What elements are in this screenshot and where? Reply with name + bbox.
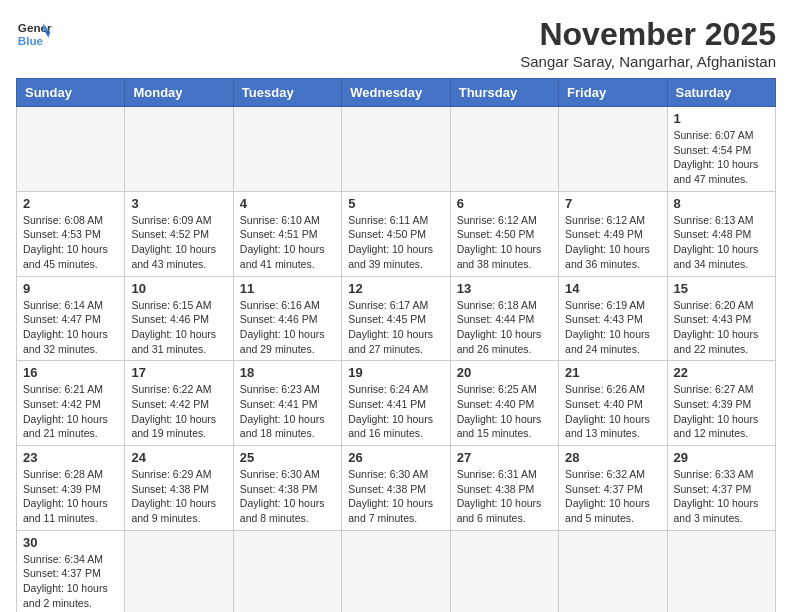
day-info-16: Sunrise: 6:21 AMSunset: 4:42 PMDaylight:… bbox=[23, 383, 108, 439]
day-info-30: Sunrise: 6:34 AMSunset: 4:37 PMDaylight:… bbox=[23, 553, 108, 609]
day-info-25: Sunrise: 6:30 AMSunset: 4:38 PMDaylight:… bbox=[240, 468, 325, 524]
day-info-5: Sunrise: 6:11 AMSunset: 4:50 PMDaylight:… bbox=[348, 214, 433, 270]
day-info-21: Sunrise: 6:26 AMSunset: 4:40 PMDaylight:… bbox=[565, 383, 650, 439]
empty-cell bbox=[667, 530, 775, 612]
day-number-14: 14 bbox=[565, 281, 660, 296]
day-20: 20 Sunrise: 6:25 AMSunset: 4:40 PMDaylig… bbox=[450, 361, 558, 446]
empty-cell bbox=[342, 530, 450, 612]
day-number-28: 28 bbox=[565, 450, 660, 465]
day-number-5: 5 bbox=[348, 196, 443, 211]
calendar-header-row: Sunday Monday Tuesday Wednesday Thursday… bbox=[17, 79, 776, 107]
day-info-15: Sunrise: 6:20 AMSunset: 4:43 PMDaylight:… bbox=[674, 299, 759, 355]
day-number-22: 22 bbox=[674, 365, 769, 380]
calendar-row-23: 23 Sunrise: 6:28 AMSunset: 4:39 PMDaylig… bbox=[17, 446, 776, 531]
day-info-3: Sunrise: 6:09 AMSunset: 4:52 PMDaylight:… bbox=[131, 214, 216, 270]
logo: General Blue bbox=[16, 16, 52, 52]
day-number-15: 15 bbox=[674, 281, 769, 296]
day-number-16: 16 bbox=[23, 365, 118, 380]
day-22: 22 Sunrise: 6:27 AMSunset: 4:39 PMDaylig… bbox=[667, 361, 775, 446]
day-14: 14 Sunrise: 6:19 AMSunset: 4:43 PMDaylig… bbox=[559, 276, 667, 361]
empty-cell bbox=[559, 107, 667, 192]
calendar-row-16: 16 Sunrise: 6:21 AMSunset: 4:42 PMDaylig… bbox=[17, 361, 776, 446]
day-number-25: 25 bbox=[240, 450, 335, 465]
day-number-7: 7 bbox=[565, 196, 660, 211]
day-17: 17 Sunrise: 6:22 AMSunset: 4:42 PMDaylig… bbox=[125, 361, 233, 446]
day-info-20: Sunrise: 6:25 AMSunset: 4:40 PMDaylight:… bbox=[457, 383, 542, 439]
col-friday: Friday bbox=[559, 79, 667, 107]
day-info-27: Sunrise: 6:31 AMSunset: 4:38 PMDaylight:… bbox=[457, 468, 542, 524]
svg-text:Blue: Blue bbox=[18, 34, 44, 47]
day-11: 11 Sunrise: 6:16 AMSunset: 4:46 PMDaylig… bbox=[233, 276, 341, 361]
day-28: 28 Sunrise: 6:32 AMSunset: 4:37 PMDaylig… bbox=[559, 446, 667, 531]
empty-cell bbox=[125, 530, 233, 612]
day-info-4: Sunrise: 6:10 AMSunset: 4:51 PMDaylight:… bbox=[240, 214, 325, 270]
day-number-23: 23 bbox=[23, 450, 118, 465]
day-info-22: Sunrise: 6:27 AMSunset: 4:39 PMDaylight:… bbox=[674, 383, 759, 439]
calendar-row-30: 30 Sunrise: 6:34 AMSunset: 4:37 PMDaylig… bbox=[17, 530, 776, 612]
day-18: 18 Sunrise: 6:23 AMSunset: 4:41 PMDaylig… bbox=[233, 361, 341, 446]
page-header: General Blue November 2025 Sangar Saray,… bbox=[16, 16, 776, 70]
day-info-13: Sunrise: 6:18 AMSunset: 4:44 PMDaylight:… bbox=[457, 299, 542, 355]
empty-cell bbox=[125, 107, 233, 192]
day-info-10: Sunrise: 6:15 AMSunset: 4:46 PMDaylight:… bbox=[131, 299, 216, 355]
day-info-28: Sunrise: 6:32 AMSunset: 4:37 PMDaylight:… bbox=[565, 468, 650, 524]
day-26: 26 Sunrise: 6:30 AMSunset: 4:38 PMDaylig… bbox=[342, 446, 450, 531]
day-info-8: Sunrise: 6:13 AMSunset: 4:48 PMDaylight:… bbox=[674, 214, 759, 270]
empty-cell bbox=[233, 107, 341, 192]
day-23: 23 Sunrise: 6:28 AMSunset: 4:39 PMDaylig… bbox=[17, 446, 125, 531]
calendar-row-2: 2 Sunrise: 6:08 AMSunset: 4:53 PMDayligh… bbox=[17, 191, 776, 276]
day-24: 24 Sunrise: 6:29 AMSunset: 4:38 PMDaylig… bbox=[125, 446, 233, 531]
day-number-3: 3 bbox=[131, 196, 226, 211]
col-wednesday: Wednesday bbox=[342, 79, 450, 107]
day-info-6: Sunrise: 6:12 AMSunset: 4:50 PMDaylight:… bbox=[457, 214, 542, 270]
day-info-1: Sunrise: 6:07 AMSunset: 4:54 PMDaylight:… bbox=[674, 129, 759, 185]
calendar-title: November 2025 bbox=[520, 16, 776, 53]
day-2: 2 Sunrise: 6:08 AMSunset: 4:53 PMDayligh… bbox=[17, 191, 125, 276]
day-number-30: 30 bbox=[23, 535, 118, 550]
day-number-12: 12 bbox=[348, 281, 443, 296]
day-1: 1 Sunrise: 6:07 AMSunset: 4:54 PMDayligh… bbox=[667, 107, 775, 192]
day-number-13: 13 bbox=[457, 281, 552, 296]
col-thursday: Thursday bbox=[450, 79, 558, 107]
day-27: 27 Sunrise: 6:31 AMSunset: 4:38 PMDaylig… bbox=[450, 446, 558, 531]
day-number-24: 24 bbox=[131, 450, 226, 465]
calendar-row-9: 9 Sunrise: 6:14 AMSunset: 4:47 PMDayligh… bbox=[17, 276, 776, 361]
day-number-6: 6 bbox=[457, 196, 552, 211]
day-3: 3 Sunrise: 6:09 AMSunset: 4:52 PMDayligh… bbox=[125, 191, 233, 276]
day-info-17: Sunrise: 6:22 AMSunset: 4:42 PMDaylight:… bbox=[131, 383, 216, 439]
day-info-26: Sunrise: 6:30 AMSunset: 4:38 PMDaylight:… bbox=[348, 468, 433, 524]
day-25: 25 Sunrise: 6:30 AMSunset: 4:38 PMDaylig… bbox=[233, 446, 341, 531]
day-info-19: Sunrise: 6:24 AMSunset: 4:41 PMDaylight:… bbox=[348, 383, 433, 439]
calendar-subtitle: Sangar Saray, Nangarhar, Afghanistan bbox=[520, 53, 776, 70]
empty-cell bbox=[450, 107, 558, 192]
empty-cell bbox=[559, 530, 667, 612]
day-number-8: 8 bbox=[674, 196, 769, 211]
day-8: 8 Sunrise: 6:13 AMSunset: 4:48 PMDayligh… bbox=[667, 191, 775, 276]
day-30: 30 Sunrise: 6:34 AMSunset: 4:37 PMDaylig… bbox=[17, 530, 125, 612]
logo-icon: General Blue bbox=[16, 16, 52, 52]
day-number-2: 2 bbox=[23, 196, 118, 211]
calendar-row-1: 1 Sunrise: 6:07 AMSunset: 4:54 PMDayligh… bbox=[17, 107, 776, 192]
day-info-23: Sunrise: 6:28 AMSunset: 4:39 PMDaylight:… bbox=[23, 468, 108, 524]
day-info-24: Sunrise: 6:29 AMSunset: 4:38 PMDaylight:… bbox=[131, 468, 216, 524]
col-monday: Monday bbox=[125, 79, 233, 107]
day-19: 19 Sunrise: 6:24 AMSunset: 4:41 PMDaylig… bbox=[342, 361, 450, 446]
day-info-11: Sunrise: 6:16 AMSunset: 4:46 PMDaylight:… bbox=[240, 299, 325, 355]
day-4: 4 Sunrise: 6:10 AMSunset: 4:51 PMDayligh… bbox=[233, 191, 341, 276]
day-number-29: 29 bbox=[674, 450, 769, 465]
day-info-2: Sunrise: 6:08 AMSunset: 4:53 PMDaylight:… bbox=[23, 214, 108, 270]
day-info-18: Sunrise: 6:23 AMSunset: 4:41 PMDaylight:… bbox=[240, 383, 325, 439]
empty-cell bbox=[342, 107, 450, 192]
day-21: 21 Sunrise: 6:26 AMSunset: 4:40 PMDaylig… bbox=[559, 361, 667, 446]
day-15: 15 Sunrise: 6:20 AMSunset: 4:43 PMDaylig… bbox=[667, 276, 775, 361]
day-number-27: 27 bbox=[457, 450, 552, 465]
empty-cell bbox=[450, 530, 558, 612]
empty-cell bbox=[17, 107, 125, 192]
day-number-18: 18 bbox=[240, 365, 335, 380]
day-number-1: 1 bbox=[674, 111, 769, 126]
day-number-19: 19 bbox=[348, 365, 443, 380]
title-block: November 2025 Sangar Saray, Nangarhar, A… bbox=[520, 16, 776, 70]
day-6: 6 Sunrise: 6:12 AMSunset: 4:50 PMDayligh… bbox=[450, 191, 558, 276]
day-13: 13 Sunrise: 6:18 AMSunset: 4:44 PMDaylig… bbox=[450, 276, 558, 361]
empty-cell bbox=[233, 530, 341, 612]
